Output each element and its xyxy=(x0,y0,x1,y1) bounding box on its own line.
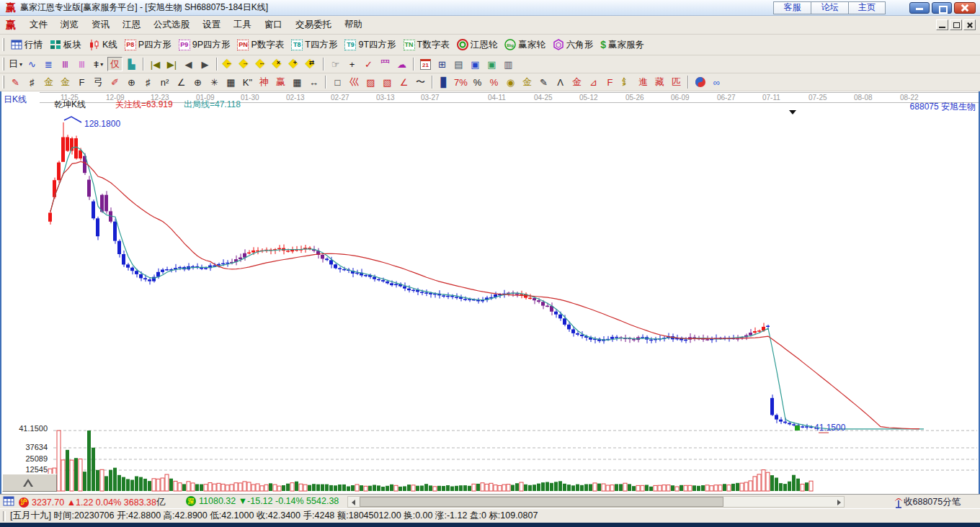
toolbar-行情[interactable]: 行情 xyxy=(7,36,46,53)
toolbar-赢家服务[interactable]: $赢家服务 xyxy=(597,36,648,53)
toolbar-江恩轮[interactable]: 江恩轮 xyxy=(453,36,502,53)
frame-tool-button[interactable]: □ xyxy=(330,75,345,89)
percent-line-tool-button[interactable]: % xyxy=(486,75,502,89)
menu-浏览[interactable]: 浏览 xyxy=(54,17,85,33)
next-bar-button[interactable]: ▶ xyxy=(197,57,213,71)
toolbar-板块[interactable]: 板块 xyxy=(46,36,85,53)
pan-view-button[interactable]: ◆⇄ xyxy=(304,57,319,71)
titlebar-link-论坛[interactable]: 论坛 xyxy=(811,1,848,14)
cross-box-tool-button[interactable]: ▧ xyxy=(380,75,395,89)
wave-tool-button[interactable]: Λ xyxy=(553,75,568,89)
export-button[interactable]: ▥ xyxy=(501,57,516,71)
toolbar-grip[interactable] xyxy=(2,38,4,51)
grid-123-tool-button[interactable]: ▦ xyxy=(290,75,305,89)
toolbar-T四方形[interactable]: T8T四方形 xyxy=(288,36,341,53)
gold-segment-tool-button[interactable]: 金 xyxy=(41,75,56,89)
save-multi-button[interactable]: ▣ xyxy=(484,57,499,71)
pointer-confirm-tool-button[interactable]: ✓ xyxy=(361,57,376,71)
menu-公式选股[interactable]: 公式选股 xyxy=(147,17,196,33)
fan-lines-tool-button[interactable]: 巛 xyxy=(347,75,362,89)
scrollbar-track[interactable] xyxy=(359,497,833,507)
shift-left-button[interactable]: ◆← xyxy=(221,57,236,71)
fib-tool-button[interactable]: F xyxy=(74,75,89,89)
pencil-tool-button[interactable]: ✎ xyxy=(8,75,23,89)
child-minimize-button[interactable] xyxy=(936,19,948,30)
chart-scrollbar[interactable] xyxy=(347,496,845,508)
f-line-tool-button[interactable]: F xyxy=(602,75,618,89)
infinity-tool-button[interactable]: ∞ xyxy=(709,75,724,89)
menu-文件[interactable]: 文件 xyxy=(23,17,54,33)
red-gold-tool-button[interactable]: 金 xyxy=(569,75,584,89)
zigzag-tool-button[interactable]: 〜 xyxy=(413,75,428,89)
notebook-button[interactable]: ▤ xyxy=(451,57,466,71)
scroll-right-button[interactable] xyxy=(833,497,844,507)
toolbar-9T四方形[interactable]: T99T四方形 xyxy=(341,36,399,53)
compress-all-button[interactable]: ◆× xyxy=(271,57,286,71)
calendar-button[interactable]: 21 xyxy=(418,57,433,71)
toolbar-P四方形[interactable]: P8P四方形 xyxy=(121,36,175,53)
cang-tool-button[interactable]: 藏 xyxy=(652,75,667,89)
gold-line-tool-button[interactable]: 金 xyxy=(520,75,535,89)
crosshair-tool-button[interactable]: + xyxy=(344,57,360,71)
gold-circle-tool-button[interactable]: ◉ xyxy=(503,75,518,89)
chart-panel-9-button[interactable]: Ⅲ xyxy=(74,57,89,71)
color-chart-button[interactable]: ▙ xyxy=(124,57,139,71)
menu-交易委托[interactable]: 交易委托 xyxy=(289,17,338,33)
square-number-tool-button[interactable]: n² xyxy=(157,75,172,89)
first-bar-button[interactable]: |◀ xyxy=(148,57,163,71)
calculator-button[interactable]: ⊞ xyxy=(435,57,450,71)
marker-tool-button[interactable]: ✐ xyxy=(107,75,122,89)
toolbar-赢家轮[interactable]: Big赢家轮 xyxy=(501,36,549,53)
restore-button[interactable] xyxy=(932,2,952,14)
gann-frame-tool-button[interactable]: 罒 xyxy=(378,57,393,71)
percent-tool-button[interactable]: % xyxy=(470,75,485,89)
toolbar-P数字表[interactable]: PNP数字表 xyxy=(233,36,288,53)
jin-tool-button[interactable]: 進 xyxy=(636,75,651,89)
cloud-tool-button[interactable]: ☁ xyxy=(394,57,409,71)
prev-bar-button[interactable]: ◀ xyxy=(181,57,196,71)
scrollbar-thumb[interactable] xyxy=(360,497,723,507)
menu-设置[interactable]: 设置 xyxy=(196,17,227,33)
scroll-left-button[interactable] xyxy=(348,497,359,507)
toolbar-T数字表[interactable]: TNT数字表 xyxy=(400,36,453,53)
gold2-tool-button[interactable]: 釒 xyxy=(619,75,634,89)
last-bar-button[interactable]: ▶| xyxy=(164,57,179,71)
child-restore-button[interactable] xyxy=(950,19,962,30)
pi-tool-button[interactable]: 匹 xyxy=(669,75,684,89)
child-close-button[interactable] xyxy=(963,19,976,30)
width-tool-button[interactable]: ↔ xyxy=(306,75,321,89)
chart-panel-3-button[interactable]: Ⅲ xyxy=(58,57,73,71)
titlebar-link-客服[interactable]: 客服 xyxy=(773,1,811,14)
toolbar-K线[interactable]: K线 xyxy=(85,36,121,53)
bow-tool-button[interactable]: 弓 xyxy=(91,75,106,89)
shen-tool-button[interactable]: 神 xyxy=(257,75,272,89)
brush-k-tool-button[interactable]: ✎ xyxy=(536,75,551,89)
close-button[interactable] xyxy=(954,2,976,14)
menu-帮助[interactable]: 帮助 xyxy=(338,17,369,33)
taiji-tool-button[interactable] xyxy=(692,75,708,89)
volume-profile-tool-button[interactable]: ▊ xyxy=(437,75,452,89)
percent7-tool-button[interactable]: 7% xyxy=(453,75,468,89)
tick-view-link[interactable]: 收688075分笔 xyxy=(904,496,961,508)
menu-资讯[interactable]: 资讯 xyxy=(85,17,116,33)
trend-window-button[interactable]: ∿ xyxy=(24,57,40,71)
expand-all-button[interactable]: ◆+ xyxy=(288,57,303,71)
quote-grid-icon[interactable] xyxy=(3,496,14,506)
toolbar-六角形[interactable]: 六角形 xyxy=(549,36,597,53)
shift-right-button[interactable]: ◆→ xyxy=(238,57,253,71)
angle-tool-button[interactable]: ∠ xyxy=(174,75,189,89)
toolbar-grip[interactable] xyxy=(2,58,4,71)
info-window-button[interactable]: ≣ xyxy=(41,57,56,71)
circle-ruler-tool-button[interactable]: ⊕ xyxy=(124,75,139,89)
candle-style-button[interactable]: ǂ▾ xyxy=(91,57,106,71)
j-line-tool-button[interactable]: ⊿ xyxy=(586,75,601,89)
hatch2-tool-button[interactable]: ♯ xyxy=(141,75,156,89)
period-selector-button[interactable]: 日▾ xyxy=(8,57,23,71)
red-angle-tool-button[interactable]: ∠ xyxy=(396,75,411,89)
expand-horizontal-button[interactable]: ◆↔ xyxy=(254,57,270,71)
toolbar-grip[interactable] xyxy=(2,76,4,89)
menu-江恩[interactable]: 江恩 xyxy=(116,17,147,33)
hand-tool-button[interactable]: ☞ xyxy=(328,57,343,71)
gann-k-toggle-button[interactable]: 仅 xyxy=(107,57,122,71)
compass-tool-button[interactable]: ⊕ xyxy=(190,75,205,89)
